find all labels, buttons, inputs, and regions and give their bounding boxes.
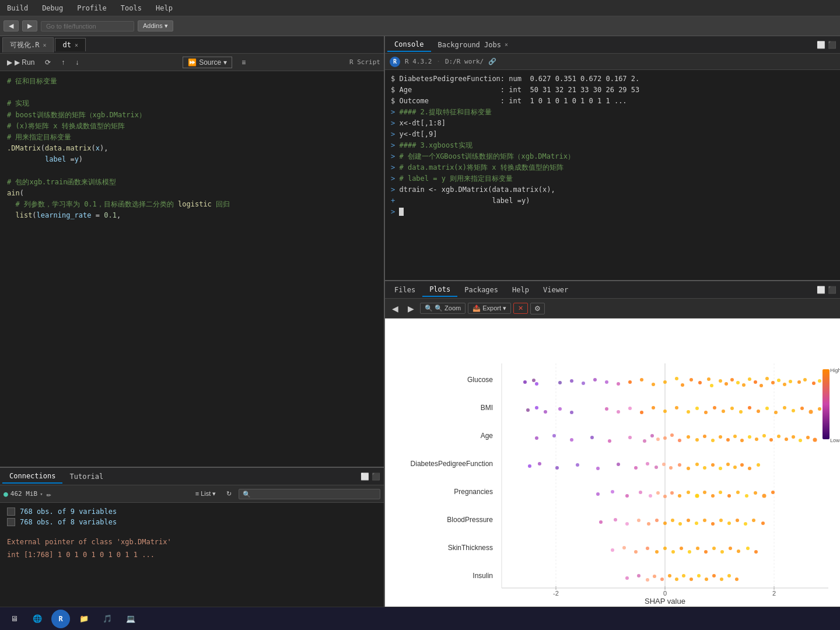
svg-point-174 [736,519,739,522]
tab-viewer[interactable]: Viewer [536,284,575,296]
delete-plot-button[interactable]: ✕ [513,303,528,314]
svg-point-181 [646,547,649,550]
taskbar-browser[interactable]: 🌐 [28,610,47,628]
svg-point-207 [720,578,723,581]
pencil-icon[interactable]: ✏️ [47,489,51,499]
tab-dt[interactable]: dt × [55,38,85,51]
env-checkbox[interactable] [7,508,15,516]
prev-plot-button[interactable]: ◀ [388,303,402,314]
tab-background-jobs-close[interactable]: × [505,41,508,48]
next-plot-button[interactable]: ▶ [404,303,418,314]
taskbar-files[interactable]: 📁 [75,610,93,628]
down-button[interactable]: ↓ [72,57,82,68]
code-line: # (x)将矩阵 x 转换成数值型的矩阵 [7,121,377,132]
svg-point-25 [640,378,643,382]
env-toolbar: ● 462 MiB ▾ ✏️ ≡ List ▾ ↻ [0,485,384,503]
svg-point-90 [590,436,594,439]
editor-menu-button[interactable]: ≡ [238,57,249,68]
run-icon: ▶ [7,58,12,66]
zoom-button[interactable]: 🔍 🔍 Zoom [420,303,466,314]
maximize-env-full-icon[interactable]: ⬛ [372,473,380,481]
pregnancies-beeswarm [596,490,775,498]
tab-plots[interactable]: Plots [422,283,457,297]
maximize-env-icon[interactable]: ⬜ [360,473,369,481]
taskbar-finder[interactable]: 🖥 [5,610,23,628]
minimize-plots-icon[interactable]: ⬜ [817,286,825,294]
console-content[interactable]: $ DiabetesPedigreeFunction: num 0.627 0.… [385,70,840,280]
menu-debug[interactable]: Debug [40,3,65,13]
svg-point-85 [818,407,821,411]
list-view-button[interactable]: ≡ List ▾ [192,489,220,499]
svg-point-108 [755,438,758,441]
env-item: 768 obs. of 9 variables [7,508,377,516]
minimize-console-icon[interactable]: ⬜ [817,41,825,49]
svg-point-196 [637,574,640,578]
memory-dropdown-icon[interactable]: ▾ [40,491,43,497]
svg-point-202 [682,574,685,578]
svg-point-23 [636,374,788,390]
tab-visualize[interactable]: 可视化.R × [2,37,54,52]
env-search-input[interactable] [239,489,380,499]
menu-tools[interactable]: Tools [118,3,144,13]
editor-content[interactable]: # 征和目标变量 # 实现 # boost训练数据的矩阵（xgb.DMatrix… [0,71,384,467]
svg-point-151 [711,494,715,498]
svg-point-48 [803,378,807,382]
addins-button[interactable]: Addins ▾ [138,20,173,32]
svg-point-33 [710,384,713,387]
run-button[interactable]: ▶ ▶ Run [4,57,38,68]
left-panel: 可视化.R × dt × ▶ ▶ Run ⟳ ↑ [0,36,385,630]
svg-point-137 [748,467,751,470]
taskbar-r[interactable]: R [51,610,70,628]
tab-tutorial[interactable]: Tutorial [62,470,110,483]
refresh-env-button[interactable]: ↻ [223,489,235,499]
source-arrow-icon: ▾ [223,58,227,66]
plots-content: Glucose BMI Age DiabetesPedigreeFunction… [385,318,840,630]
console-prompt-line: + label =y) [391,195,834,206]
tab-background-jobs[interactable]: Background Jobs × [431,38,515,51]
maximize-plots-icon[interactable]: ⬛ [828,286,836,294]
svg-point-157 [762,494,766,498]
svg-text:SHAP value: SHAP value [645,597,685,606]
tab-console[interactable]: Console [387,38,431,52]
svg-text:2: 2 [772,590,776,597]
svg-point-31 [698,381,702,384]
svg-point-36 [730,378,734,382]
tab-connections[interactable]: Connections [2,470,62,484]
svg-point-185 [680,547,683,550]
svg-point-58 [526,408,530,412]
tab-visualize-close[interactable]: × [43,42,46,48]
maximize-console-icon[interactable]: ⬛ [828,41,836,49]
svg-point-175 [744,522,747,526]
goto-file-input[interactable] [41,21,134,32]
forward-button[interactable]: ▶ [22,20,37,32]
svg-point-77 [748,406,751,410]
svg-text:SkinThickness: SkinThickness [448,544,493,552]
console-prompt-line: > # label = y 则用来指定目标变量 [391,173,834,184]
source-button[interactable]: ⏩ Source ▾ [183,57,232,68]
rerun-button[interactable]: ⟳ [41,57,54,68]
taskbar-music[interactable]: 🎵 [98,610,117,628]
settings-button[interactable]: ⚙ [530,303,545,314]
code-line: list(learning_rate = 0.1, [7,210,377,221]
code-line: # 实现 [7,98,377,109]
svg-point-178 [611,548,614,552]
env-checkbox[interactable] [7,518,15,526]
up-button[interactable]: ↑ [58,57,68,68]
tab-dt-close[interactable]: × [75,42,78,48]
open-dir-icon[interactable]: 🔗 [488,58,496,65]
menu-build[interactable]: Build [5,3,30,13]
svg-point-106 [740,439,744,442]
svg-point-130 [695,463,699,466]
svg-point-70 [687,410,690,414]
back-button[interactable]: ◀ [4,20,19,32]
svg-point-96 [663,436,667,440]
taskbar-terminal[interactable]: 💻 [121,610,140,628]
tab-files[interactable]: Files [387,284,422,296]
tab-packages[interactable]: Packages [457,284,505,296]
svg-rect-210 [822,369,830,439]
plots-section: Files Plots Packages Help Viewer ⬜ ⬛ ◀ ▶… [385,281,840,630]
menu-help[interactable]: Help [153,3,175,13]
menu-profile[interactable]: Profile [75,3,109,13]
tab-help[interactable]: Help [505,284,536,296]
export-button[interactable]: 📤 Export ▾ [468,303,511,314]
